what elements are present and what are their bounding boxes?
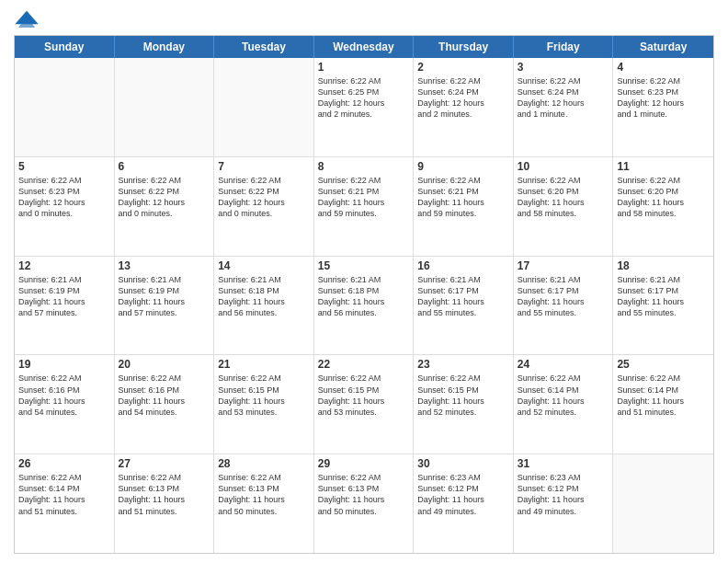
day-number: 23 bbox=[417, 358, 509, 371]
day-number: 19 bbox=[18, 358, 110, 371]
day-cell-24: 24Sunrise: 6:22 AM Sunset: 6:14 PM Dayli… bbox=[514, 355, 614, 454]
day-info: Sunrise: 6:22 AM Sunset: 6:21 PM Dayligh… bbox=[417, 175, 509, 220]
day-cell-2: 2Sunrise: 6:22 AM Sunset: 6:24 PM Daylig… bbox=[414, 58, 514, 156]
day-number: 15 bbox=[318, 259, 410, 272]
header-cell-saturday: Saturday bbox=[613, 36, 713, 58]
day-cell-12: 12Sunrise: 6:21 AM Sunset: 6:19 PM Dayli… bbox=[15, 257, 115, 355]
day-cell-11: 11Sunrise: 6:22 AM Sunset: 6:20 PM Dayli… bbox=[613, 157, 713, 256]
day-cell-18: 18Sunrise: 6:21 AM Sunset: 6:17 PM Dayli… bbox=[613, 257, 713, 355]
day-cell-23: 23Sunrise: 6:22 AM Sunset: 6:15 PM Dayli… bbox=[414, 355, 514, 454]
day-number: 13 bbox=[119, 259, 210, 272]
header-cell-thursday: Thursday bbox=[414, 36, 514, 58]
header-cell-monday: Monday bbox=[115, 36, 215, 58]
day-cell-3: 3Sunrise: 6:22 AM Sunset: 6:24 PM Daylig… bbox=[514, 58, 614, 156]
header-cell-sunday: Sunday bbox=[15, 36, 115, 58]
header-cell-wednesday: Wednesday bbox=[314, 36, 415, 58]
day-number: 20 bbox=[119, 358, 210, 371]
day-info: Sunrise: 6:22 AM Sunset: 6:16 PM Dayligh… bbox=[18, 373, 110, 418]
day-number: 14 bbox=[218, 259, 310, 272]
day-number: 29 bbox=[318, 457, 410, 470]
day-cell-22: 22Sunrise: 6:22 AM Sunset: 6:15 PM Dayli… bbox=[314, 355, 415, 454]
day-number: 7 bbox=[218, 160, 310, 173]
day-cell-10: 10Sunrise: 6:22 AM Sunset: 6:20 PM Dayli… bbox=[514, 157, 614, 256]
day-info: Sunrise: 6:22 AM Sunset: 6:20 PM Dayligh… bbox=[617, 175, 710, 220]
day-cell-7: 7Sunrise: 6:22 AM Sunset: 6:22 PM Daylig… bbox=[214, 157, 314, 256]
day-cell-9: 9Sunrise: 6:22 AM Sunset: 6:21 PM Daylig… bbox=[414, 157, 514, 256]
day-info: Sunrise: 6:22 AM Sunset: 6:15 PM Dayligh… bbox=[417, 373, 509, 418]
day-info: Sunrise: 6:22 AM Sunset: 6:22 PM Dayligh… bbox=[218, 175, 310, 220]
day-cell-19: 19Sunrise: 6:22 AM Sunset: 6:16 PM Dayli… bbox=[15, 355, 115, 454]
day-info: Sunrise: 6:22 AM Sunset: 6:16 PM Dayligh… bbox=[119, 373, 210, 418]
day-number: 12 bbox=[18, 259, 110, 272]
day-info: Sunrise: 6:22 AM Sunset: 6:22 PM Dayligh… bbox=[119, 175, 210, 220]
day-cell-8: 8Sunrise: 6:22 AM Sunset: 6:21 PM Daylig… bbox=[314, 157, 415, 256]
calendar-header-row: SundayMondayTuesdayWednesdayThursdayFrid… bbox=[15, 36, 713, 58]
day-number: 5 bbox=[18, 160, 110, 173]
day-cell-13: 13Sunrise: 6:21 AM Sunset: 6:19 PM Dayli… bbox=[115, 257, 215, 355]
day-info: Sunrise: 6:22 AM Sunset: 6:13 PM Dayligh… bbox=[119, 472, 210, 517]
day-info: Sunrise: 6:22 AM Sunset: 6:13 PM Dayligh… bbox=[218, 472, 310, 517]
day-number: 25 bbox=[617, 358, 710, 371]
day-number: 3 bbox=[518, 61, 609, 74]
day-info: Sunrise: 6:22 AM Sunset: 6:14 PM Dayligh… bbox=[617, 373, 710, 418]
day-cell-15: 15Sunrise: 6:21 AM Sunset: 6:18 PM Dayli… bbox=[314, 257, 415, 355]
day-info: Sunrise: 6:23 AM Sunset: 6:12 PM Dayligh… bbox=[518, 472, 609, 517]
day-info: Sunrise: 6:21 AM Sunset: 6:18 PM Dayligh… bbox=[218, 274, 310, 319]
day-number: 8 bbox=[318, 160, 410, 173]
day-cell-27: 27Sunrise: 6:22 AM Sunset: 6:13 PM Dayli… bbox=[115, 454, 215, 553]
calendar-row-1: 5Sunrise: 6:22 AM Sunset: 6:23 PM Daylig… bbox=[15, 157, 713, 257]
logo-icon bbox=[14, 9, 40, 28]
calendar-row-3: 19Sunrise: 6:22 AM Sunset: 6:16 PM Dayli… bbox=[15, 355, 713, 454]
day-number: 1 bbox=[318, 61, 410, 74]
day-info: Sunrise: 6:22 AM Sunset: 6:13 PM Dayligh… bbox=[318, 472, 410, 517]
day-number: 24 bbox=[518, 358, 609, 371]
day-number: 11 bbox=[617, 160, 710, 173]
day-number: 22 bbox=[318, 358, 410, 371]
day-cell-30: 30Sunrise: 6:23 AM Sunset: 6:12 PM Dayli… bbox=[414, 454, 514, 553]
day-cell-21: 21Sunrise: 6:22 AM Sunset: 6:15 PM Dayli… bbox=[214, 355, 314, 454]
day-number: 27 bbox=[119, 457, 210, 470]
day-cell-1: 1Sunrise: 6:22 AM Sunset: 6:25 PM Daylig… bbox=[314, 58, 415, 156]
empty-cell bbox=[613, 454, 713, 553]
day-cell-20: 20Sunrise: 6:22 AM Sunset: 6:16 PM Dayli… bbox=[115, 355, 215, 454]
day-number: 28 bbox=[218, 457, 310, 470]
header-cell-tuesday: Tuesday bbox=[214, 36, 314, 58]
calendar-row-0: 1Sunrise: 6:22 AM Sunset: 6:25 PM Daylig… bbox=[15, 58, 713, 157]
day-info: Sunrise: 6:21 AM Sunset: 6:18 PM Dayligh… bbox=[318, 274, 410, 319]
day-number: 31 bbox=[518, 457, 609, 470]
day-info: Sunrise: 6:22 AM Sunset: 6:25 PM Dayligh… bbox=[318, 75, 410, 121]
day-cell-14: 14Sunrise: 6:21 AM Sunset: 6:18 PM Dayli… bbox=[214, 257, 314, 355]
day-number: 16 bbox=[417, 259, 509, 272]
header bbox=[14, 9, 714, 28]
calendar-row-2: 12Sunrise: 6:21 AM Sunset: 6:19 PM Dayli… bbox=[15, 257, 713, 356]
day-cell-26: 26Sunrise: 6:22 AM Sunset: 6:14 PM Dayli… bbox=[15, 454, 115, 553]
empty-cell bbox=[115, 58, 215, 156]
day-info: Sunrise: 6:22 AM Sunset: 6:23 PM Dayligh… bbox=[18, 175, 110, 220]
day-info: Sunrise: 6:22 AM Sunset: 6:15 PM Dayligh… bbox=[318, 373, 410, 418]
day-cell-25: 25Sunrise: 6:22 AM Sunset: 6:14 PM Dayli… bbox=[613, 355, 713, 454]
day-info: Sunrise: 6:21 AM Sunset: 6:19 PM Dayligh… bbox=[119, 274, 210, 319]
day-number: 10 bbox=[518, 160, 609, 173]
day-info: Sunrise: 6:22 AM Sunset: 6:20 PM Dayligh… bbox=[518, 175, 609, 220]
day-number: 21 bbox=[218, 358, 310, 371]
logo bbox=[14, 9, 43, 28]
day-cell-16: 16Sunrise: 6:21 AM Sunset: 6:17 PM Dayli… bbox=[414, 257, 514, 355]
day-cell-17: 17Sunrise: 6:21 AM Sunset: 6:17 PM Dayli… bbox=[514, 257, 614, 355]
day-cell-5: 5Sunrise: 6:22 AM Sunset: 6:23 PM Daylig… bbox=[15, 157, 115, 256]
day-cell-28: 28Sunrise: 6:22 AM Sunset: 6:13 PM Dayli… bbox=[214, 454, 314, 553]
day-info: Sunrise: 6:23 AM Sunset: 6:12 PM Dayligh… bbox=[417, 472, 509, 517]
day-info: Sunrise: 6:22 AM Sunset: 6:21 PM Dayligh… bbox=[318, 175, 410, 220]
day-info: Sunrise: 6:22 AM Sunset: 6:14 PM Dayligh… bbox=[518, 373, 609, 418]
calendar-body: 1Sunrise: 6:22 AM Sunset: 6:25 PM Daylig… bbox=[15, 58, 713, 553]
day-info: Sunrise: 6:21 AM Sunset: 6:17 PM Dayligh… bbox=[417, 274, 509, 319]
day-info: Sunrise: 6:21 AM Sunset: 6:17 PM Dayligh… bbox=[617, 274, 710, 319]
day-info: Sunrise: 6:22 AM Sunset: 6:24 PM Dayligh… bbox=[417, 75, 509, 121]
empty-cell bbox=[15, 58, 115, 156]
empty-cell bbox=[214, 58, 314, 156]
header-cell-friday: Friday bbox=[514, 36, 614, 58]
day-info: Sunrise: 6:21 AM Sunset: 6:19 PM Dayligh… bbox=[18, 274, 110, 319]
day-number: 18 bbox=[617, 259, 710, 272]
calendar-row-4: 26Sunrise: 6:22 AM Sunset: 6:14 PM Dayli… bbox=[15, 454, 713, 553]
day-cell-29: 29Sunrise: 6:22 AM Sunset: 6:13 PM Dayli… bbox=[314, 454, 415, 553]
day-cell-31: 31Sunrise: 6:23 AM Sunset: 6:12 PM Dayli… bbox=[514, 454, 614, 553]
